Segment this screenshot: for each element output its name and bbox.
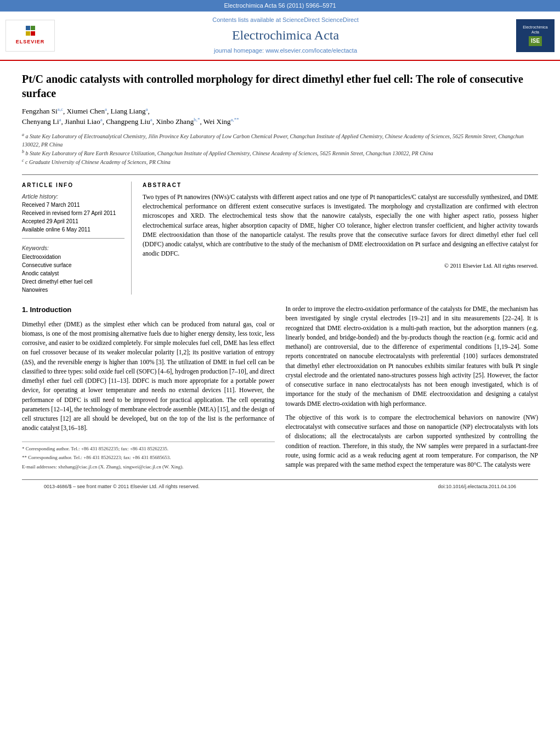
received-revised-date: Received in revised form 27 April 2011 bbox=[22, 210, 125, 217]
elsevier-logo: ELSEVIER bbox=[5, 20, 55, 52]
footnote-email: E-mail addresses: xbzhang@ciac.jl.cn (X.… bbox=[22, 463, 275, 471]
keywords-section: Keywords: Electrooxidation Consecutive s… bbox=[22, 244, 125, 294]
article-info-heading: Article Info bbox=[22, 182, 125, 189]
abstract-copyright: © 2011 Elsevier Ltd. All rights reserved… bbox=[143, 262, 538, 270]
keywords-label: Keywords: bbox=[22, 244, 125, 252]
logo-sq-4 bbox=[31, 31, 35, 36]
affiliations: a a State Key Laboratory of Electroanaly… bbox=[22, 132, 538, 167]
sciencedirect-text: Contents lists available at ScienceDirec… bbox=[60, 16, 511, 24]
article-info-abstract: Article Info Article history: Received 7… bbox=[22, 174, 538, 295]
footnote-2: ** Corresponding author. Tel.: +86 431 8… bbox=[22, 454, 275, 462]
article-content: Pt/C anodic catalysts with controlled mo… bbox=[0, 61, 560, 505]
journal-center-info: Contents lists available at ScienceDirec… bbox=[60, 16, 511, 55]
footer-doi: doi:10.1016/j.electacta.2011.04.106 bbox=[438, 483, 516, 490]
body-right-col: In order to improve the electro-oxidatio… bbox=[286, 304, 539, 474]
journal-header: ELSEVIER Contents lists available at Sci… bbox=[0, 12, 560, 60]
journal-logo-text: ElectrochimicaActa bbox=[523, 25, 548, 35]
journal-right-logo: ElectrochimicaActa ISE bbox=[516, 19, 555, 52]
logo-sq-3 bbox=[26, 31, 30, 36]
abstract-column: Abstract Two types of Pt nanowires (NWs)… bbox=[143, 182, 538, 295]
reaction-word: reaction bbox=[429, 325, 450, 331]
footer-issn: 0013-4686/$ – see front matter © 2011 El… bbox=[44, 483, 200, 490]
abstract-heading: Abstract bbox=[143, 182, 538, 189]
volume-info: Electrochimica Acta 56 (2011) 5966–5971 bbox=[224, 2, 336, 9]
elsevier-label: ELSEVIER bbox=[16, 38, 45, 46]
footer: 0013-4686/$ – see front matter © 2011 El… bbox=[22, 479, 538, 494]
accepted-date: Accepted 29 April 2011 bbox=[22, 218, 125, 225]
ise-badge: ISE bbox=[529, 36, 542, 46]
received-date: Received 7 March 2011 bbox=[22, 201, 125, 209]
keyword-2: Consecutive surface bbox=[22, 262, 125, 269]
intro-paragraph-2: In order to improve the electro-oxidatio… bbox=[286, 304, 539, 409]
intro-paragraph-1: Dimethyl ether (DME) as the simplest eth… bbox=[22, 320, 275, 433]
logo-sq-2 bbox=[31, 26, 35, 30]
article-info-column: Article Info Article history: Received 7… bbox=[22, 182, 132, 295]
journal-homepage: journal homepage: www.elsevier.com/locat… bbox=[60, 47, 511, 55]
keyword-5: Nanowires bbox=[22, 286, 125, 294]
journal-title: Electrochimica Acta bbox=[60, 26, 511, 45]
keyword-3: Anodic catalyst bbox=[22, 270, 125, 278]
introduction-heading: 1. Introduction bbox=[22, 304, 275, 315]
authors-line: Fengzhan Sia,c, Xiumei Chena, Liang Lian… bbox=[22, 106, 538, 127]
keyword-4: Direct dimethyl ether fuel cell bbox=[22, 278, 125, 286]
abstract-text: Two types of Pt nanowires (NWs)/C cataly… bbox=[143, 193, 538, 259]
logo-sq-1 bbox=[26, 26, 30, 30]
body-content: 1. Introduction Dimethyl ether (DME) as … bbox=[22, 304, 538, 474]
keyword-1: Electrooxidation bbox=[22, 253, 125, 261]
available-date: Available online 6 May 2011 bbox=[22, 226, 125, 234]
footnotes: * Corresponding author. Tel.: +86 431 85… bbox=[22, 442, 275, 471]
footnote-1: * Corresponding author. Tel.: +86 431 85… bbox=[22, 445, 275, 453]
article-title: Pt/C anodic catalysts with controlled mo… bbox=[22, 72, 538, 100]
intro-paragraph-3: The objective of this work is to compare… bbox=[286, 413, 539, 470]
history-label: Article history: bbox=[22, 193, 125, 201]
journal-volume-bar: Electrochimica Acta 56 (2011) 5966–5971 bbox=[0, 0, 560, 12]
body-left-col: 1. Introduction Dimethyl ether (DME) as … bbox=[22, 304, 275, 474]
